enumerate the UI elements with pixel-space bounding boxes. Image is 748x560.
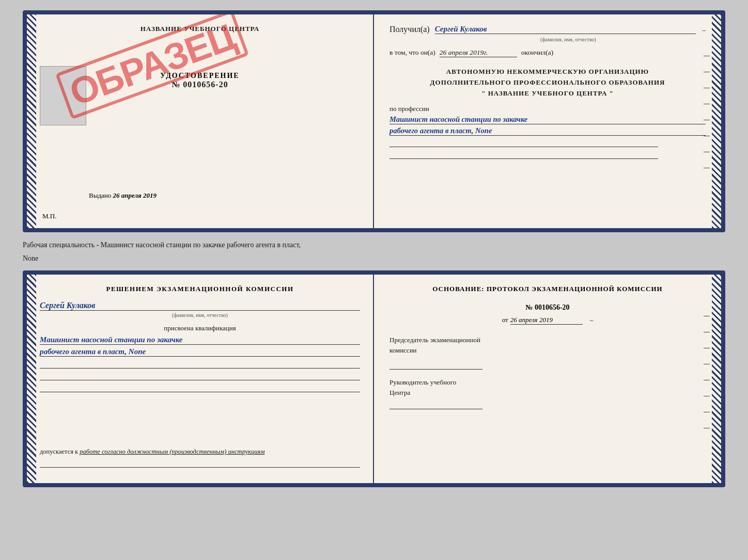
- qual-protocol-number: № 0010656-20: [389, 303, 706, 312]
- qual-person-name: Сергей Кулаков: [40, 301, 360, 311]
- qual-basis-label: Основание: протокол экзаменационной коми…: [389, 285, 706, 293]
- cert-photo-placeholder: [40, 66, 86, 125]
- qual-fio-sub: (фамилия, имя, отчество): [40, 312, 360, 318]
- cert-number-block: УДОСТОВЕРЕНИЕ № 0010656-20: [160, 72, 239, 89]
- cert-udostoverenie-label: УДОСТОВЕРЕНИЕ: [160, 72, 239, 80]
- qual-admission-value: работе согласно должностным (производств…: [80, 448, 264, 455]
- cert-org-line1: АВТОНОМНУЮ НЕКОММЕРЧЕСКУЮ ОРГАНИЗАЦИЮ: [389, 67, 706, 77]
- caption-line2: None: [23, 252, 725, 265]
- cert-date-row: в том, что он(а) 26 апреля 2019г. окончи…: [389, 49, 706, 57]
- qual-profession-line2: рабочего агента в пласт, None: [40, 347, 360, 357]
- caption-line1: Рабочая специальность - Машинист насосно…: [23, 238, 725, 252]
- cert-date-value: 26 апреля 2019г.: [440, 49, 517, 57]
- qual-decision-title: Решением экзаменационной комиссии: [40, 285, 360, 293]
- right-border-decoration: [712, 14, 721, 228]
- qual-admission-line: [40, 458, 360, 468]
- cert-date-label: в том, что он(а): [389, 49, 435, 57]
- cert-profession-line2: рабочего агента в пласт, None: [389, 126, 706, 136]
- certificate-book: НАЗВАНИЕ УЧЕБНОГО ЦЕНТРА УДОСТОВЕРЕНИЕ №…: [23, 10, 725, 232]
- qualification-right-panel: Основание: протокол экзаменационной коми…: [374, 275, 721, 483]
- qual-date-prefix: от: [502, 316, 508, 324]
- qual-right-border-decoration: [712, 275, 721, 483]
- qual-head-sig-line: [389, 400, 482, 409]
- qual-head-label: Руководитель учебного Центра: [389, 377, 706, 397]
- qual-blank-line2: [40, 371, 360, 380]
- qual-admission-row: допускается к работе согласно должностны…: [40, 448, 360, 470]
- cert-org-line2: ДОПОЛНИТЕЛЬНОГО ПРОФЕССИОНАЛЬНОГО ОБРАЗО…: [389, 77, 706, 88]
- qual-date-value: 26 апреля 2019: [510, 316, 583, 325]
- qual-profession-line1: Машинист насосной станции по закачке: [40, 335, 360, 345]
- qualification-book: Решением экзаменационной комиссии Сергей…: [23, 270, 725, 487]
- cert-fio-sub: (фамилия, имя, отчество): [540, 37, 596, 42]
- qual-chairman-sig-line: [389, 360, 482, 370]
- cert-profession-label: по профессии: [389, 105, 706, 113]
- cert-title: НАЗВАНИЕ УЧЕБНОГО ЦЕНТРА: [141, 25, 260, 33]
- cert-profession-line1: Машинист насосной станции по закачке: [389, 115, 706, 124]
- cert-org-block: АВТОНОМНУЮ НЕКОММЕРЧЕСКУЮ ОРГАНИЗАЦИЮ ДО…: [389, 67, 706, 99]
- document-wrapper: НАЗВАНИЕ УЧЕБНОГО ЦЕНТРА УДОСТОВЕРЕНИЕ №…: [23, 10, 725, 487]
- qual-blank-line1: [40, 359, 360, 369]
- qual-admission-label: допускается к: [40, 448, 78, 455]
- cert-received-label: Получил(а): [389, 25, 430, 34]
- caption-area: Рабочая специальность - Машинист насосно…: [23, 237, 725, 265]
- certificate-right-panel: Получил(а) Сергей Кулаков – (фамилия, им…: [374, 14, 721, 228]
- qual-assigned-label: присвоена квалификация: [40, 324, 360, 332]
- cert-issued-date: 26 апреля 2019: [113, 191, 157, 199]
- cert-received-row: Получил(а) Сергей Кулаков – (фамилия, им…: [389, 25, 706, 43]
- qual-chairman-label: Председатель экзаменационной комиссии: [389, 335, 706, 355]
- cert-dash: –: [703, 26, 706, 34]
- cert-mp: М.П.: [42, 212, 56, 220]
- qual-blank-line3: [40, 383, 360, 392]
- qual-date-dash: –: [590, 316, 594, 324]
- qualification-left-panel: Решением экзаменационной комиссии Сергей…: [27, 275, 374, 483]
- qual-right-dash-lines: [704, 316, 710, 428]
- cert-finished-label: окончил(а): [521, 49, 553, 57]
- cert-issued-label: Выдано: [89, 191, 111, 199]
- cert-received-name: Сергей Кулаков: [435, 25, 696, 34]
- cert-number: № 0010656-20: [160, 80, 239, 89]
- qual-date-row: от 26 апреля 2019 –: [389, 316, 706, 325]
- cert-issued-row: Выдано 26 апреля 2019: [89, 191, 157, 200]
- cert-org-line3: " НАЗВАНИЕ УЧЕБНОГО ЦЕНТРА ": [389, 88, 706, 99]
- right-dash-lines: [704, 56, 710, 168]
- certificate-left-panel: НАЗВАНИЕ УЧЕБНОГО ЦЕНТРА УДОСТОВЕРЕНИЕ №…: [27, 14, 374, 228]
